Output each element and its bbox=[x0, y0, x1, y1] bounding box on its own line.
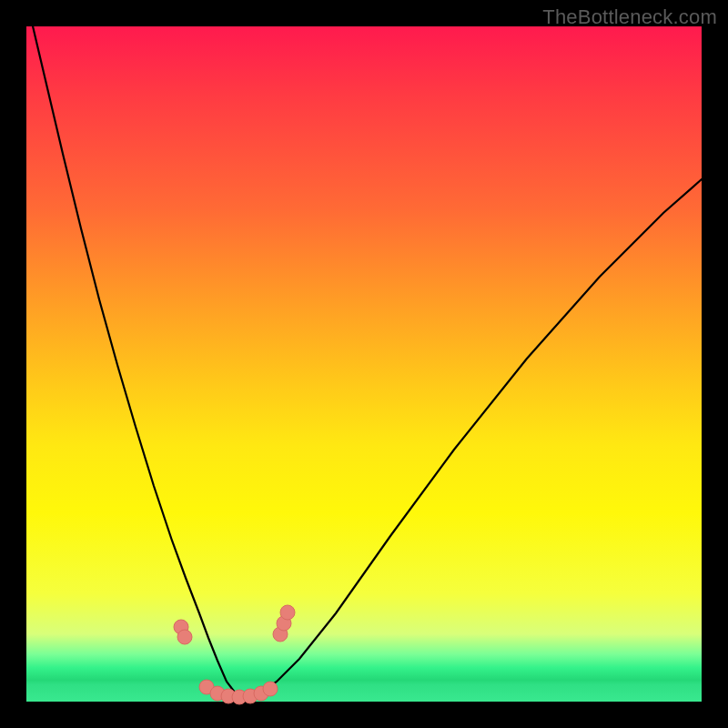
plot-area bbox=[26, 26, 702, 702]
marker-dot bbox=[263, 682, 278, 696]
bottleneck-curve bbox=[26, 0, 702, 697]
marker-dot bbox=[280, 605, 295, 620]
chart-stage: TheBottleneck.com bbox=[0, 0, 728, 728]
highlight-markers bbox=[174, 605, 295, 704]
watermark-text: TheBottleneck.com bbox=[542, 5, 717, 29]
curve-layer bbox=[26, 26, 702, 702]
marker-dot bbox=[177, 630, 192, 644]
